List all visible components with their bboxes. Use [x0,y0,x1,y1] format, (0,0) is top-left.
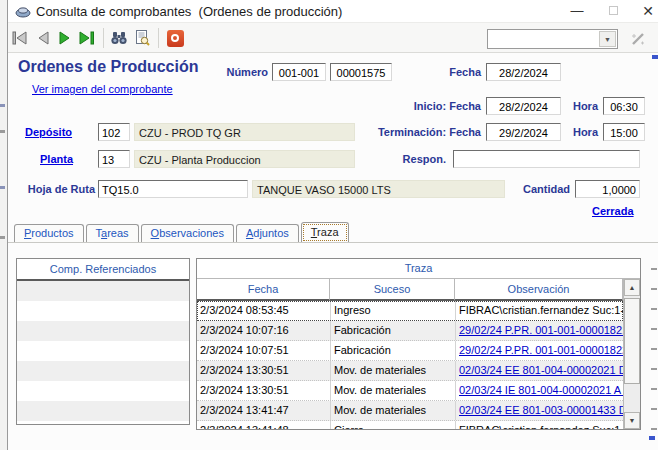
cell-observacion: 02/03/24 IE 801-004-00002021 A Planta: 1… [455,381,623,400]
tab-observaciones[interactable]: Observaciones [141,224,234,242]
cell-observacion: 02/03/24 EE 801-004-00002021 De Dep.: 1 [455,361,623,380]
wizard-button[interactable] [626,28,650,50]
observacion-link[interactable]: 29/02/24 P.PR. 001-001-00001821 [459,324,623,336]
empty-list-row [17,401,189,421]
clipped-artifact [0,104,5,107]
titlebar: Consulta de comprobantes (Ordenes de pro… [8,0,658,22]
fecha-field[interactable]: 28/2/2024 [486,63,561,81]
maximize-button[interactable] [600,2,626,20]
minimize-button[interactable]: — [564,2,590,20]
clipped-artifact [0,236,5,239]
inicio-hora-label: Hora [564,100,598,112]
record-combobox[interactable]: ▼ [487,29,618,49]
empty-list-row [17,301,189,321]
first-record-button[interactable] [9,27,31,49]
terminacion-fecha-field[interactable]: 29/2/2024 [486,123,561,141]
observacion-link[interactable]: 02/03/24 EE 801-004-00002021 De Dep.: 1 [459,364,623,376]
observacion-link[interactable]: 29/02/24 P.PR. 001-001-00001822 [459,344,623,356]
ver-imagen-link[interactable]: Ver imagen del comprobante [32,83,173,95]
print-preview-icon [134,30,150,46]
deposito-code-field[interactable]: 102 [98,123,130,141]
cell-fecha: 2/3/2024 13:30:51 [197,361,330,380]
column-header-fecha[interactable]: Fecha [197,279,330,301]
respon-label: Respon. [393,153,446,165]
cantidad-field[interactable]: 1,0000 [575,180,640,198]
maximize-icon [609,6,618,15]
tab-traza[interactable]: Traza [301,222,349,243]
table-row[interactable]: 2/3/2024 10:07:51 Fabricación 29/02/24 P… [197,341,623,361]
table-row[interactable]: 2/3/2024 10:07:16 Fabricación 29/02/24 P… [197,321,623,341]
table-row[interactable]: 2/3/2024 08:53:45 Ingreso FIBRAC\cristia… [197,301,623,321]
table-row[interactable]: 2/3/2024 13:30:51 Mov. de materiales 02/… [197,381,623,401]
clipped-artifact [0,130,5,133]
chevron-down-icon[interactable]: ▼ [599,31,616,47]
previous-record-button[interactable] [32,27,54,49]
tab-adjuntos[interactable]: Adjuntos [236,224,299,242]
empty-list-row [17,281,189,301]
tab-productos[interactable]: Productos [14,224,84,242]
scroll-down-icon[interactable]: ▼ [624,412,640,429]
terminacion-hora-field[interactable]: 15:00 [603,123,645,141]
cell-observacion: 29/02/24 P.PR. 001-001-00001821 [455,321,623,340]
numero-field[interactable]: 00001575 [330,63,392,81]
empty-list-row [17,361,189,381]
go-first-icon [12,31,28,45]
observacion-link[interactable]: 02/03/24 EE 801-003-00001433 De Planta: [459,404,623,416]
cerrada-link[interactable]: Cerrada [592,205,634,217]
cantidad-label: Cantidad [513,183,570,195]
scrollbar-thumb[interactable] [624,298,640,384]
next-record-button[interactable] [54,27,76,49]
planta-code-field[interactable]: 13 [98,150,130,168]
scroll-up-icon[interactable]: ▲ [624,279,640,296]
vertical-scrollbar[interactable]: ▲ ▼ [623,279,640,429]
numero-label: Número [188,66,268,78]
go-previous-icon [36,31,50,45]
cell-observacion: 02/03/24 EE 801-003-00001433 De Planta: [455,401,623,420]
column-header-observacion[interactable]: Observación [455,279,623,301]
column-header-suceso[interactable]: Suceso [330,279,455,301]
cell-suceso: Mov. de materiales [330,381,455,400]
planta-desc-field: CZU - Planta Produccion [134,150,355,168]
tabstrip-baseline [8,242,658,243]
cell-fecha: 2/3/2024 13:41:48 [197,421,330,429]
cell-suceso: Cierre [330,421,455,429]
clipped-artifact [0,186,5,189]
inicio-fecha-label: Inicio: Fecha [368,100,481,112]
cell-fecha: 2/3/2024 10:07:51 [197,341,330,360]
table-row[interactable]: 2/3/2024 13:41:47 Mov. de materiales 02/… [197,401,623,421]
window-title: Consulta de comprobantes (Ordenes de pro… [36,4,342,19]
comp-referenciados-table[interactable]: Comp. Referenciados [16,258,190,425]
deposito-link[interactable]: Depósito [25,126,72,138]
inicio-fecha-field[interactable]: 28/2/2024 [486,97,561,115]
numero-serie-field[interactable]: 001-001 [272,63,326,81]
search-button[interactable] [108,27,130,49]
app-icon [15,3,31,21]
cell-suceso: Mov. de materiales [330,401,455,420]
inicio-hora-field[interactable]: 06:30 [603,97,645,115]
empty-list-row [17,321,189,341]
observacion-link[interactable]: 02/03/24 IE 801-004-00002021 A Planta: 1… [459,384,623,396]
close-button[interactable]: ✕ [635,2,658,20]
terminacion-fecha-label: Terminación: Fecha [338,126,481,138]
go-next-icon [58,31,72,45]
exit-button[interactable] [164,27,186,49]
planta-link[interactable]: Planta [40,153,73,165]
last-record-button[interactable] [76,27,98,49]
cell-suceso: Fabricación [330,341,455,360]
table-row[interactable]: 2/3/2024 13:41:48 Cierre FIBRAC\cristian… [197,421,623,429]
clipped-artifact [652,55,658,59]
tab-tareas[interactable]: Tareas [86,224,139,242]
cell-fecha: 2/3/2024 10:07:16 [197,321,330,340]
print-preview-button[interactable] [131,27,153,49]
hoja-ruta-label: Hoja de Ruta [10,183,95,195]
cell-observacion: FIBRAC\cristian.fernandez Suc:1-CZU - Ca… [455,421,623,429]
table-row[interactable]: 2/3/2024 13:30:51 Mov. de materiales 02/… [197,361,623,381]
deposito-desc-field: CZU - PROD TQ GR [134,123,355,141]
clipped-artifact [649,436,655,440]
respon-field[interactable] [453,150,640,168]
hoja-ruta-code-field[interactable]: TQ15.0 [98,180,248,198]
toolbar-separator [158,28,159,48]
magic-wand-icon [629,30,647,48]
cell-suceso: Mov. de materiales [330,361,455,380]
clipped-edge-artifact [651,250,657,436]
